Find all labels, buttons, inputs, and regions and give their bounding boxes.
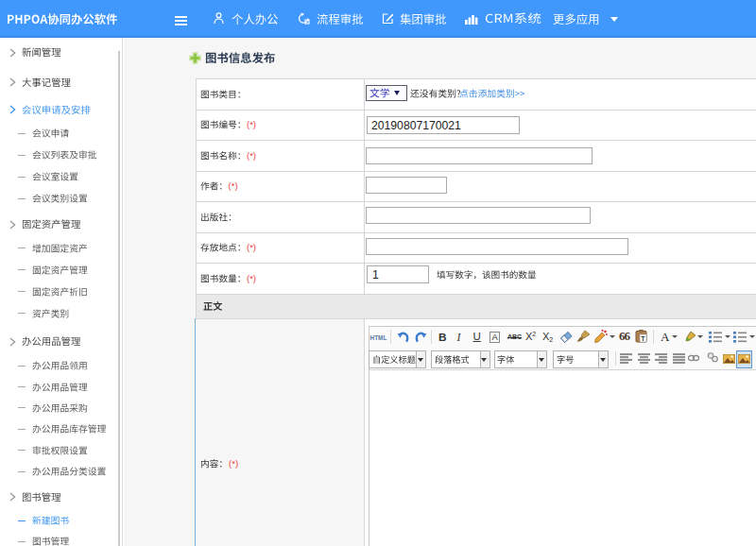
svg-text:T: T (641, 335, 645, 342)
